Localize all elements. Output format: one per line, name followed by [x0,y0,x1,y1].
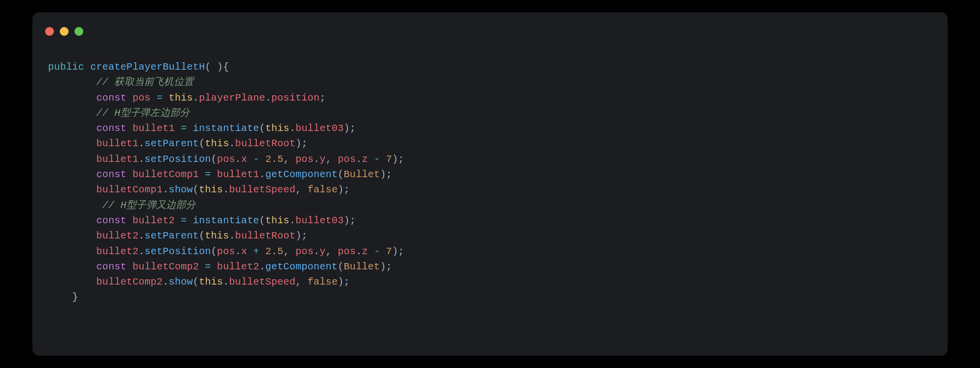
keyword-const: const [97,92,127,104]
code-line: bullet2.setPosition(pos.x + 2.5, pos.y, … [48,244,932,259]
comment: // H型子弹左边部分 [97,107,190,119]
code-line: bulletComp2.show(this.bulletSpeed, false… [48,274,932,289]
keyword-this: this [169,92,193,104]
window-controls [45,27,83,36]
minimize-icon[interactable] [60,27,69,36]
code-line: public createPlayerBulletH( ){ [48,59,932,75]
comment: // 获取当前飞机位置 [97,77,194,88]
code-line: } [48,289,932,305]
comment: // H型子弹又边部分 [97,200,196,211]
code-line: const bullet2 = instantiate(this.bullet0… [48,213,932,228]
code-line: const bullet1 = instantiate(this.bullet0… [48,121,932,136]
code-line: const pos = this.playerPlane.position; [48,90,932,105]
fn-name: createPlayerBulletH [90,61,205,73]
code-line: bullet1.setPosition(pos.x - 2.5, pos.y, … [48,152,932,167]
keyword-public: public [48,61,84,73]
code-line: bullet1.setParent(this.bulletRoot); [48,136,932,151]
code-line: const bulletComp1 = bullet1.getComponent… [48,167,932,182]
code-editor[interactable]: public createPlayerBulletH( ){ // 获取当前飞机… [48,59,932,344]
zoom-icon[interactable] [74,27,83,36]
code-line: // H型子弹又边部分 [48,198,932,213]
code-line: // 获取当前飞机位置 [48,75,932,90]
code-line: bulletComp1.show(this.bulletSpeed, false… [48,182,932,197]
code-window: public createPlayerBulletH( ){ // 获取当前飞机… [32,12,948,356]
code-line: // H型子弹左边部分 [48,105,932,121]
close-icon[interactable] [45,27,54,36]
code-line: const bulletComp2 = bullet2.getComponent… [48,259,932,274]
code-line: bullet2.setParent(this.bulletRoot); [48,228,932,243]
